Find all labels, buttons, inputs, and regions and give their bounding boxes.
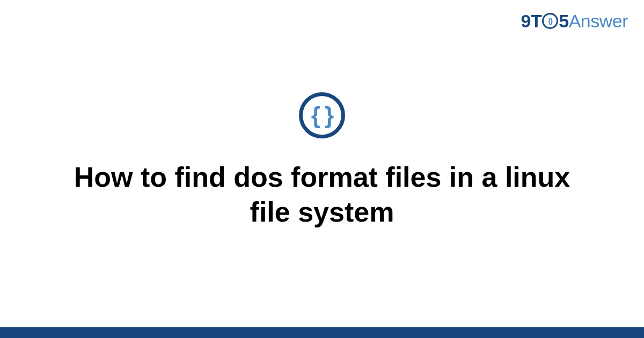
page-title: How to find dos format files in a linux … [54,160,590,230]
footer-bar [0,327,644,338]
category-icon: { } [299,92,345,138]
main-content: { } How to find dos format files in a li… [0,0,644,338]
braces-icon: { } [311,104,333,127]
